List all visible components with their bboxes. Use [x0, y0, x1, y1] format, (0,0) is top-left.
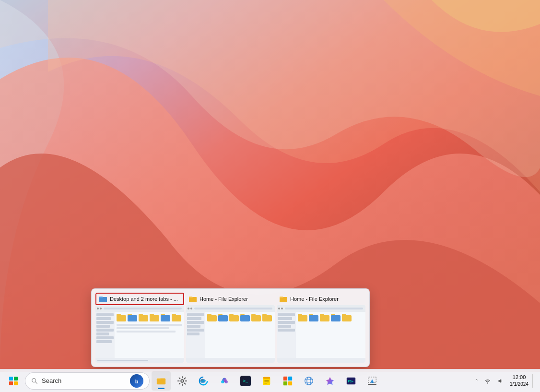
svg-marker-31 — [370, 379, 374, 382]
thumb-preview-2 — [277, 305, 365, 363]
thumb-preview-0 — [95, 305, 184, 363]
svg-text:PS>: PS> — [348, 379, 354, 383]
windows-logo-icon — [9, 377, 18, 385]
thumb-header-2: Home - File Explorer — [277, 293, 365, 305]
taskbar-icon-edge[interactable] — [194, 371, 213, 391]
terminal-icon: >_ — [240, 376, 251, 386]
copilot-icon — [219, 376, 230, 386]
tray-icon-volume[interactable] — [494, 375, 506, 387]
taskbar-icon-photos[interactable] — [320, 371, 340, 391]
svg-rect-21 — [288, 381, 292, 385]
notepad-icon — [261, 376, 272, 386]
svg-marker-26 — [326, 377, 334, 385]
folder-icon-0 — [99, 295, 107, 303]
svg-rect-2 — [189, 297, 197, 302]
taskbar-icon-terminal[interactable]: >_ — [236, 371, 255, 391]
svg-text:b: b — [135, 379, 139, 384]
taskbar-icon-powershell[interactable]: PS> — [341, 371, 361, 391]
search-icon — [31, 378, 38, 384]
folder-icon-1 — [189, 295, 197, 303]
search-text: Search — [42, 378, 61, 384]
taskbar-icon-snipping[interactable] — [363, 371, 382, 391]
svg-point-11 — [221, 380, 224, 383]
tray-expand-button[interactable]: ⌃ — [472, 373, 481, 389]
photos-icon — [325, 376, 335, 386]
svg-rect-18 — [283, 376, 287, 380]
tray-show-desktop[interactable] — [532, 374, 536, 388]
svg-rect-1 — [99, 297, 107, 302]
taskbar-left: Search b — [4, 371, 470, 391]
thumb-title-0: Desktop and 2 more tabs - ... — [110, 296, 180, 302]
taskbar-icon-notepad[interactable] — [257, 371, 276, 391]
folder-icon-2 — [280, 295, 287, 303]
taskbar-icon-network[interactable] — [299, 371, 318, 391]
volume-icon — [497, 378, 504, 384]
store-icon — [282, 376, 293, 386]
thumbnail-popup: Desktop and 2 more tabs - ... — [91, 288, 370, 367]
svg-rect-19 — [288, 376, 292, 380]
thumb-header-0: Desktop and 2 more tabs - ... — [95, 293, 184, 305]
taskbar-icon-copilot[interactable] — [215, 371, 234, 391]
settings-icon — [177, 376, 188, 386]
bing-logo: b — [130, 374, 143, 388]
thumbnail-item-1[interactable]: Home - File Explorer — [186, 293, 275, 363]
tray-network-icon — [484, 378, 491, 384]
svg-rect-8 — [157, 378, 165, 384]
thumb-preview-1 — [186, 305, 275, 363]
thumb-header-1: Home - File Explorer — [186, 293, 275, 305]
svg-point-22 — [305, 377, 313, 385]
tray-icon-network[interactable] — [482, 375, 493, 387]
taskbar: Search b — [0, 369, 540, 392]
svg-rect-20 — [283, 381, 287, 385]
clock-time: 12:00 — [513, 374, 526, 380]
svg-line-5 — [35, 381, 37, 383]
thumb-title-1: Home - File Explorer — [200, 296, 272, 302]
taskbar-icon-file-explorer[interactable] — [152, 371, 171, 391]
snipping-tool-icon — [367, 376, 377, 386]
clock-area[interactable]: 12:00 1/1/2024 — [507, 371, 531, 391]
network-icon — [304, 376, 314, 386]
svg-point-12 — [224, 380, 227, 383]
thumb-title-2: Home - File Explorer — [290, 296, 363, 302]
thumbnail-item-2[interactable]: Home - File Explorer — [277, 293, 365, 363]
svg-rect-14 — [263, 377, 270, 379]
search-bar[interactable]: Search b — [25, 372, 150, 390]
svg-point-9 — [181, 380, 184, 382]
powershell-icon: PS> — [346, 376, 356, 386]
start-button[interactable] — [4, 371, 23, 391]
taskbar-icon-settings[interactable] — [173, 371, 192, 391]
edge-icon — [198, 376, 209, 386]
folder-icon — [156, 376, 166, 386]
thumbnail-item-0[interactable]: Desktop and 2 more tabs - ... — [95, 293, 184, 363]
clock-date: 1/1/2024 — [510, 381, 528, 387]
svg-rect-3 — [280, 297, 287, 302]
taskbar-icon-store[interactable] — [278, 371, 297, 391]
system-tray: ⌃ 12:00 1/1/2024 — [472, 371, 536, 391]
svg-point-23 — [307, 377, 311, 385]
